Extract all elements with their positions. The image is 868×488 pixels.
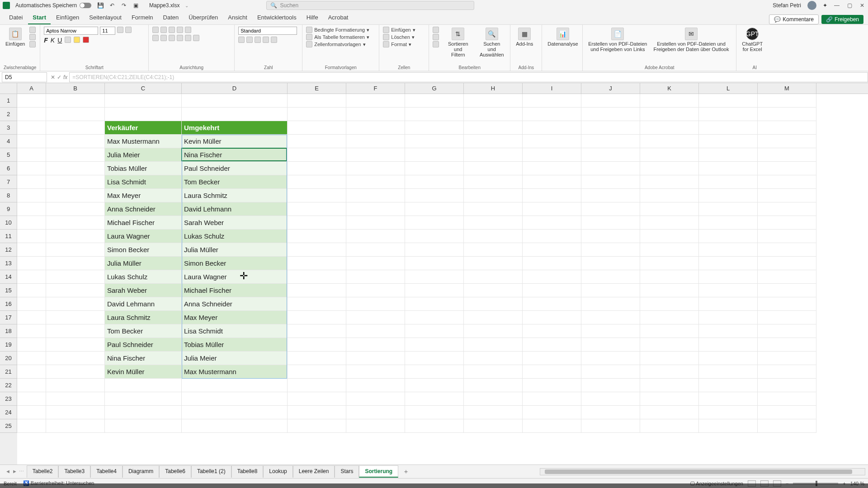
cell-A24[interactable] <box>17 406 46 419</box>
cell-H10[interactable] <box>464 216 523 230</box>
cell-E14[interactable] <box>288 270 346 284</box>
cell-F21[interactable] <box>346 365 405 379</box>
cell-A23[interactable] <box>17 392 46 406</box>
cell-G6[interactable] <box>405 162 464 175</box>
find-select-button[interactable]: 🔍Suchen und Auswählen <box>477 27 506 58</box>
cell-J22[interactable] <box>581 379 640 392</box>
cell-B24[interactable] <box>46 406 105 419</box>
cell-H7[interactable] <box>464 175 523 189</box>
cell-B11[interactable] <box>46 230 105 243</box>
row-header-20[interactable]: 20 <box>0 352 17 365</box>
cell-E5[interactable] <box>288 148 346 162</box>
cell-C22[interactable] <box>105 379 182 392</box>
cut-icon[interactable] <box>29 27 36 33</box>
sheet-nav-next-icon[interactable]: ► <box>12 469 17 474</box>
wrap-icon[interactable] <box>185 27 191 33</box>
cell-F1[interactable] <box>346 94 405 108</box>
select-all-corner[interactable] <box>0 83 17 94</box>
cell-F10[interactable] <box>346 216 405 230</box>
cell-L12[interactable] <box>699 243 758 257</box>
cell-I17[interactable] <box>523 311 581 324</box>
cell-D4[interactable]: Kevin Müller <box>182 135 288 148</box>
cell-B10[interactable] <box>46 216 105 230</box>
number-format-select[interactable] <box>238 27 297 35</box>
cell-E7[interactable] <box>288 175 346 189</box>
row-header-24[interactable]: 24 <box>0 406 17 419</box>
cell-L4[interactable] <box>699 135 758 148</box>
cell-G18[interactable] <box>405 324 464 338</box>
col-header-F[interactable]: F <box>346 83 405 94</box>
filename[interactable]: Mappe3.xlsx <box>149 2 179 9</box>
comma-icon[interactable] <box>255 37 261 43</box>
cell-E10[interactable] <box>288 216 346 230</box>
cell-C10[interactable]: Michael Fischer <box>105 216 182 230</box>
cell-J24[interactable] <box>581 406 640 419</box>
cell-L8[interactable] <box>699 189 758 202</box>
cell-I20[interactable] <box>523 352 581 365</box>
cell-B18[interactable] <box>46 324 105 338</box>
name-box[interactable]: D5 <box>2 72 47 82</box>
cell-M3[interactable] <box>758 121 816 135</box>
row-header-10[interactable]: 10 <box>0 216 17 230</box>
data-analysis-button[interactable]: 📊Datenanalyse <box>546 27 580 47</box>
cell-K15[interactable] <box>640 284 699 297</box>
cell-G12[interactable] <box>405 243 464 257</box>
cell-K17[interactable] <box>640 311 699 324</box>
cond-format-button[interactable]: Bedingte Formatierung ▾ <box>306 27 369 33</box>
cell-M20[interactable] <box>758 352 816 365</box>
cell-H15[interactable] <box>464 284 523 297</box>
column-headers[interactable]: ABCDEFGHIJKLM <box>17 83 868 94</box>
orientation-icon[interactable] <box>177 27 183 33</box>
cell-L22[interactable] <box>699 379 758 392</box>
format-table-button[interactable]: Als Tabelle formatieren ▾ <box>306 34 369 40</box>
cell-K8[interactable] <box>640 189 699 202</box>
cell-G1[interactable] <box>405 94 464 108</box>
cell-D13[interactable]: Simon Becker <box>182 257 288 270</box>
cell-F2[interactable] <box>346 108 405 121</box>
maximize-icon[interactable]: ▢ <box>846 2 853 9</box>
cell-M4[interactable] <box>758 135 816 148</box>
cell-K25[interactable] <box>640 419 699 433</box>
cell-L16[interactable] <box>699 297 758 311</box>
cell-D1[interactable] <box>182 94 288 108</box>
row-header-15[interactable]: 15 <box>0 284 17 297</box>
cell-A15[interactable] <box>17 284 46 297</box>
cell-K18[interactable] <box>640 324 699 338</box>
cell-H16[interactable] <box>464 297 523 311</box>
cell-I16[interactable] <box>523 297 581 311</box>
cell-J10[interactable] <box>581 216 640 230</box>
cell-D11[interactable]: Lukas Schulz <box>182 230 288 243</box>
cell-D17[interactable]: Max Meyer <box>182 311 288 324</box>
cell-K2[interactable] <box>640 108 699 121</box>
cell-E18[interactable] <box>288 324 346 338</box>
autosave-toggle[interactable] <box>80 3 91 8</box>
cell-B14[interactable] <box>46 270 105 284</box>
cell-D22[interactable] <box>182 379 288 392</box>
cell-I13[interactable] <box>523 257 581 270</box>
cell-K7[interactable] <box>640 175 699 189</box>
cell-K14[interactable] <box>640 270 699 284</box>
cell-F18[interactable] <box>346 324 405 338</box>
cell-H11[interactable] <box>464 230 523 243</box>
cell-F12[interactable] <box>346 243 405 257</box>
cell-K20[interactable] <box>640 352 699 365</box>
cell-H21[interactable] <box>464 365 523 379</box>
cell-A10[interactable] <box>17 216 46 230</box>
row-header-22[interactable]: 22 <box>0 379 17 392</box>
cell-E22[interactable] <box>288 379 346 392</box>
cell-H4[interactable] <box>464 135 523 148</box>
cell-B8[interactable] <box>46 189 105 202</box>
cell-M12[interactable] <box>758 243 816 257</box>
cell-L7[interactable] <box>699 175 758 189</box>
cell-C3[interactable]: Verkäufer <box>105 121 182 135</box>
row-header-5[interactable]: 5 <box>0 148 17 162</box>
bold-icon[interactable]: F <box>44 37 48 44</box>
cell-G19[interactable] <box>405 338 464 352</box>
col-header-B[interactable]: B <box>46 83 105 94</box>
col-header-I[interactable]: I <box>523 83 581 94</box>
row-header-12[interactable]: 12 <box>0 243 17 257</box>
cell-E21[interactable] <box>288 365 346 379</box>
cell-D16[interactable]: Anna Schneider <box>182 297 288 311</box>
cell-G11[interactable] <box>405 230 464 243</box>
cell-A16[interactable] <box>17 297 46 311</box>
